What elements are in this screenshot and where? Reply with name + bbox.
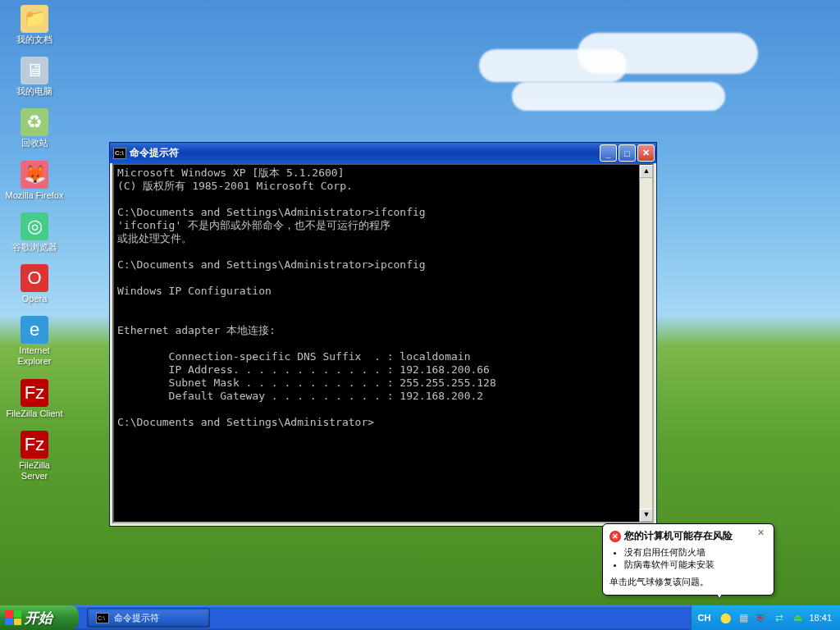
start-label: 开始 xyxy=(25,609,52,628)
desktop-icon-glyph: 📁 xyxy=(21,5,48,33)
desktop-icon-label: Opera xyxy=(5,294,64,304)
taskbar: 开始 C:\ 命令提示符 CH ⬤ ▦ ⛨ ⇄ ⏏ 18:41 xyxy=(0,605,840,630)
tray-network-icon[interactable]: ⇄ xyxy=(773,611,786,624)
close-button[interactable]: ✕ xyxy=(637,144,655,162)
minimize-button[interactable]: _ xyxy=(600,144,617,162)
wallpaper-clouds xyxy=(364,16,774,139)
security-balloon[interactable]: ✕ ✕ 您的计算机可能存在风险 没有启用任何防火墙防病毒软件可能未安装 单击此气… xyxy=(602,523,774,596)
cmd-output[interactable]: Microsoft Windows XP [版本 5.1.2600] (C) 版… xyxy=(114,165,639,522)
desktop-icon-glyph: e xyxy=(21,316,48,344)
desktop-icon-3[interactable]: 🦊Mozilla Firefox xyxy=(5,161,64,201)
cmd-window: C:\ 命令提示符 _ □ ✕ Microsoft Windows XP [版本… xyxy=(109,142,657,527)
cmd-body: Microsoft Windows XP [版本 5.1.2600] (C) 版… xyxy=(112,163,654,523)
balloon-close-button[interactable]: ✕ xyxy=(757,527,769,539)
desktop-icon-glyph: O xyxy=(21,264,48,292)
start-button[interactable]: 开始 xyxy=(0,605,79,630)
desktop-icon-glyph: ♻ xyxy=(21,108,48,136)
desktop-icon-label: 我的文档 xyxy=(5,34,64,45)
balloon-bullets: 没有启用任何防火墙防病毒软件可能未安装 xyxy=(624,546,767,571)
desktop-icon-glyph: Fz xyxy=(21,379,48,407)
cmd-title-text: 命令提示符 xyxy=(130,146,179,160)
balloon-title: 您的计算机可能存在风险 xyxy=(624,529,733,543)
desktop-icon-5[interactable]: OOpera xyxy=(5,264,64,304)
tray-security-icon[interactable]: ⛨ xyxy=(755,611,768,624)
balloon-bullet: 没有启用任何防火墙 xyxy=(624,546,767,559)
taskbar-item-label: 命令提示符 xyxy=(114,612,159,624)
maximize-button[interactable]: □ xyxy=(619,144,636,162)
desktop-icons: 📁我的文档🖥我的电脑♻回收站🦊Mozilla Firefox◎谷歌浏览器OOpe… xyxy=(5,5,67,493)
windows-flag-icon xyxy=(5,610,21,625)
desktop-icon-label: Mozilla Firefox xyxy=(5,190,64,201)
desktop-icon-label: 我的电脑 xyxy=(5,86,64,97)
cmd-titlebar[interactable]: C:\ 命令提示符 _ □ ✕ xyxy=(110,143,656,163)
desktop-icon-label: 回收站 xyxy=(5,138,64,148)
language-indicator[interactable]: CH xyxy=(698,613,711,623)
desktop-icon-7[interactable]: FzFileZilla Client xyxy=(5,379,64,419)
cmd-scrollbar[interactable]: ▲ ▼ xyxy=(639,165,652,522)
desktop-icon-glyph: ◎ xyxy=(21,212,48,240)
cmd-title-icon: C:\ xyxy=(113,148,126,159)
tray-info-icon[interactable]: ⬤ xyxy=(719,611,732,624)
tray-vm-icon[interactable]: ▦ xyxy=(737,611,750,624)
desktop-icon-label: FileZilla Server xyxy=(5,460,64,482)
shield-icon: ✕ xyxy=(609,531,621,542)
desktop-icon-6[interactable]: eInternet Explorer xyxy=(5,316,64,367)
desktop-icon-8[interactable]: FzFileZilla Server xyxy=(5,431,64,482)
desktop-icon-glyph: 🖥 xyxy=(21,57,48,84)
desktop-icon-0[interactable]: 📁我的文档 xyxy=(5,5,64,45)
taskbar-item-cmd[interactable]: C:\ 命令提示符 xyxy=(87,608,210,628)
system-tray: CH ⬤ ▦ ⛨ ⇄ ⏏ 18:41 xyxy=(691,605,840,630)
cmd-task-icon: C:\ xyxy=(96,613,109,623)
desktop-icon-4[interactable]: ◎谷歌浏览器 xyxy=(5,212,64,253)
desktop-icon-label: FileZilla Client xyxy=(5,409,64,419)
scroll-up-button[interactable]: ▲ xyxy=(640,165,653,178)
desktop-icon-2[interactable]: ♻回收站 xyxy=(5,108,64,148)
balloon-bullet: 防病毒软件可能未安装 xyxy=(624,559,767,571)
taskbar-clock[interactable]: 18:41 xyxy=(809,613,832,623)
desktop-icon-glyph: Fz xyxy=(21,431,48,459)
desktop-icon-1[interactable]: 🖥我的电脑 xyxy=(5,57,64,97)
tray-removal-icon[interactable]: ⏏ xyxy=(791,611,804,624)
scroll-down-button[interactable]: ▼ xyxy=(640,509,653,522)
balloon-footer: 单击此气球修复该问题。 xyxy=(609,576,767,588)
desktop-icon-label: 谷歌浏览器 xyxy=(5,242,64,253)
desktop-icon-glyph: 🦊 xyxy=(21,161,48,189)
desktop-icon-label: Internet Explorer xyxy=(5,345,64,367)
